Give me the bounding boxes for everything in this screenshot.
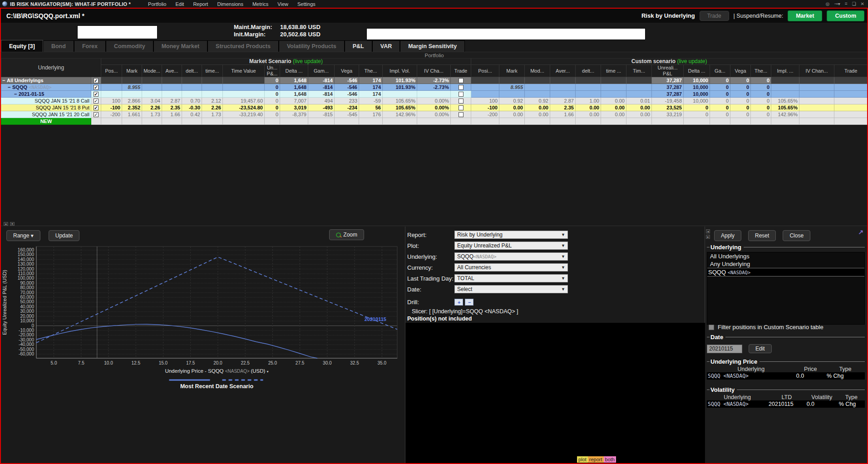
view-tab-plot[interactable]: plot [577, 456, 588, 463]
menu-item-edit[interactable]: Edit [171, 1, 188, 7]
reset-button[interactable]: Reset [748, 230, 776, 241]
apply-button[interactable]: Apply [714, 230, 741, 241]
update-button[interactable]: Update [49, 230, 80, 241]
column-header-trade[interactable]: Trade [451, 65, 471, 77]
trade-checkbox[interactable] [459, 99, 464, 104]
column-header-tim[interactable]: Tim... [626, 65, 652, 77]
menu-item-dimensions[interactable]: Dimensions [212, 1, 247, 7]
expander-icon[interactable]: − [2, 78, 7, 83]
drill-in-button[interactable]: + [454, 299, 463, 306]
close-icon[interactable]: ✕ [861, 1, 864, 6]
dropdown-underlying[interactable]: SQQQ <NASDAQ>▼ [454, 252, 568, 261]
underlying-list-item[interactable]: Any Underlying [707, 260, 864, 268]
trade-checkbox[interactable] [459, 85, 464, 90]
expand-panel-icon[interactable]: ↗ [858, 228, 863, 236]
view-tab-report[interactable]: report [588, 456, 604, 463]
tab-margin-sensitivity[interactable]: Margin Sensitivity [400, 40, 465, 52]
dropdown-plot[interactable]: Equity Unrealized P&L▼ [454, 242, 568, 250]
zoom-button[interactable]: Zoom [329, 229, 364, 240]
menu-item-report[interactable]: Report [188, 1, 212, 7]
expander-icon[interactable]: − [14, 91, 19, 97]
market-button[interactable]: Market [788, 10, 822, 21]
column-header-pos[interactable]: Pos... [101, 65, 122, 77]
row-label[interactable]: −2021-01-15 [1, 91, 91, 98]
menu-item-settings[interactable]: Settings [293, 1, 320, 7]
column-header-trade[interactable]: Trade [834, 65, 868, 77]
close-button[interactable]: Close [783, 230, 810, 241]
filter-positions-checkbox[interactable] [709, 325, 714, 330]
column-header-ga[interactable]: Ga... [710, 65, 730, 77]
column-header-ave[interactable]: Ave... [162, 65, 182, 77]
gear-icon[interactable]: ◎ [826, 1, 830, 6]
dropdown-currency[interactable]: All Currencies▼ [454, 263, 568, 271]
column-header-iv-cha[interactable]: IV Cha... [417, 65, 451, 77]
column-header-mode[interactable]: Mode... [142, 65, 162, 77]
trade-checkbox[interactable] [459, 105, 464, 110]
row-label[interactable]: SQQQ JAN 15 '21 20 Call [1, 111, 91, 118]
row-label[interactable]: SQQQ JAN 15 '21 8 Put [1, 104, 91, 111]
column-header-time-value[interactable]: Time Value [223, 65, 265, 77]
column-header-delta[interactable]: Delta ... [280, 65, 308, 77]
panel-collapse-left-icon[interactable]: ◂ [706, 229, 710, 233]
dropdown-date[interactable]: Select▼ [454, 285, 568, 293]
menu-item-view[interactable]: View [273, 1, 293, 7]
column-header-un-p[interactable]: Un... P&... [265, 65, 280, 77]
maximize-icon[interactable]: ❏ [852, 1, 856, 6]
column-header-delta[interactable]: Delta ... [684, 65, 710, 77]
tab-money-market[interactable]: Money Market [153, 40, 207, 52]
column-header-impl[interactable]: Impl. ... [771, 65, 799, 77]
trade-button[interactable]: Trade [700, 11, 729, 21]
column-header-mod[interactable]: Mod... [525, 65, 550, 77]
column-header-posi[interactable]: Posi... [471, 65, 499, 77]
column-header-delt[interactable]: delt... [182, 65, 202, 77]
tab-p-l[interactable]: P&L [345, 40, 372, 52]
column-header-impl-vol[interactable]: Impl. Vol. [383, 65, 417, 77]
include-checkbox[interactable]: ✓ [94, 78, 99, 83]
column-header-gam[interactable]: Gam... [308, 65, 335, 77]
column-header-the[interactable]: The... [751, 65, 771, 77]
tab-forex[interactable]: Forex [74, 40, 106, 52]
trade-checkbox[interactable] [459, 92, 464, 97]
column-header-unreali-p-l[interactable]: Unreali... P&L [652, 65, 684, 77]
menu-item-metrics[interactable]: Metrics [248, 1, 273, 7]
view-tab-both[interactable]: both [604, 456, 616, 463]
drill-out-button[interactable]: − [465, 299, 473, 306]
mini-table-row[interactable]: SQQQ <NASDAQ>202101150.0% Chg [707, 400, 865, 408]
column-header-vega[interactable]: Vega [730, 65, 751, 77]
minimize-icon[interactable]: = [845, 1, 848, 6]
row-label[interactable]: NEW [1, 118, 91, 125]
dropdown-last-trading-day[interactable]: TOTAL▼ [454, 274, 568, 282]
column-header-time[interactable]: time... [202, 65, 223, 77]
trade-checkbox[interactable] [459, 112, 464, 117]
column-header-aver[interactable]: Aver... [550, 65, 576, 77]
row-label[interactable]: −All Underlyings [1, 77, 91, 84]
pin-icon[interactable]: ⊸▾ [834, 1, 840, 6]
menu-item-portfolio[interactable]: Portfolio [143, 1, 171, 7]
tab-bond[interactable]: Bond [43, 40, 74, 52]
tab-structured-products[interactable]: Structured Products [207, 40, 279, 52]
column-header-mark[interactable]: Mark [499, 65, 525, 77]
include-checkbox[interactable]: ✓ [94, 92, 99, 97]
horizontal-splitter[interactable]: ▲ ▼ [1, 222, 867, 226]
edit-date-button[interactable]: Edit [749, 344, 772, 353]
date-input[interactable] [707, 345, 742, 353]
splitter-down-icon[interactable]: ▼ [10, 222, 15, 226]
underlying-list-item[interactable]: All Underlyings [707, 252, 864, 260]
include-checkbox[interactable]: ✓ [94, 99, 99, 104]
row-label[interactable]: −SQQQ <NASDAQ> [1, 84, 91, 91]
column-header-mark[interactable]: Mark [122, 65, 142, 77]
column-header-the[interactable]: The... [359, 65, 383, 77]
expander-icon[interactable]: − [8, 84, 12, 90]
include-checkbox[interactable]: ✓ [94, 105, 99, 110]
tab-commodity[interactable]: Commodity [106, 40, 153, 52]
tab-equity-3[interactable]: Equity [3] [1, 40, 43, 52]
tab-var[interactable]: VAR [372, 40, 400, 52]
column-header-delt[interactable]: delt... [576, 65, 601, 77]
range-button[interactable]: Range ▾ [6, 230, 40, 241]
dropdown-report[interactable]: Risk by Underlying▼ [454, 231, 568, 239]
mini-table-row[interactable]: SQQQ <NASDAQ>0.0% Chg [707, 372, 865, 380]
include-checkbox[interactable]: ✓ [94, 112, 99, 117]
row-label[interactable]: SQQQ JAN 15 '21 8 Call [1, 98, 91, 104]
include-checkbox[interactable]: ✓ [94, 85, 99, 90]
column-header-vega[interactable]: Vega [335, 65, 359, 77]
